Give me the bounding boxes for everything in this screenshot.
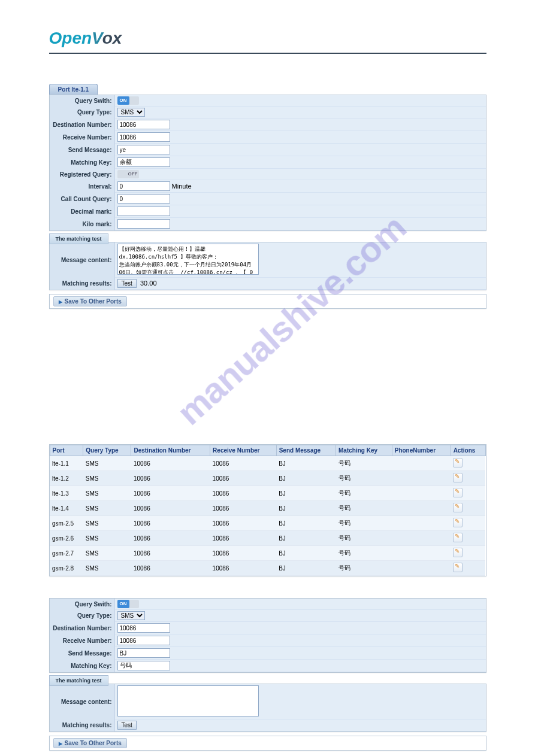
cell-send-msg: BJ xyxy=(276,501,335,516)
send-msg-input-2[interactable] xyxy=(117,648,170,658)
cell-phone-number xyxy=(392,456,451,471)
label-matching-key-2: Matching Key: xyxy=(50,660,115,672)
edit-icon[interactable] xyxy=(453,533,463,542)
test-button[interactable]: Test xyxy=(117,279,137,288)
cell-port: gsm-2.8 xyxy=(50,561,83,576)
table-row: lte-1.4 SMS 10086 10086 BJ 号码 xyxy=(50,501,485,516)
cell-query-type: SMS xyxy=(83,561,131,576)
query-swith-toggle-2[interactable] xyxy=(117,600,139,608)
kilo-mark-input[interactable] xyxy=(117,219,170,229)
cell-dest-number: 10086 xyxy=(131,531,210,546)
cell-matching-key: 号码 xyxy=(336,471,392,486)
port-config-panel: Query Swith: Query Type:SMS Destination … xyxy=(49,95,486,231)
cell-phone-number xyxy=(392,486,451,501)
cell-phone-number xyxy=(392,501,451,516)
cell-query-type: SMS xyxy=(83,471,131,486)
cell-matching-key: 号码 xyxy=(336,546,392,561)
table-row: lte-1.1 SMS 10086 10086 BJ 号码 xyxy=(50,456,485,471)
cell-send-msg: BJ xyxy=(276,516,335,531)
label-matching-results-2: Matching results: xyxy=(50,719,115,731)
th-recv-number: Receive Number xyxy=(210,445,277,456)
edit-icon[interactable] xyxy=(453,473,463,482)
cell-dest-number: 10086 xyxy=(131,471,210,486)
cell-recv-number: 10086 xyxy=(210,486,277,501)
cell-send-msg: BJ xyxy=(276,546,335,561)
cell-send-msg: BJ xyxy=(276,471,335,486)
cell-recv-number: 10086 xyxy=(210,561,277,576)
label-matching-results: Matching results: xyxy=(50,278,115,290)
label-matching-key: Matching Key: xyxy=(50,156,115,169)
edit-icon[interactable] xyxy=(453,548,463,557)
th-phone-number: PhoneNumber xyxy=(392,445,451,456)
query-type-select[interactable]: SMS xyxy=(117,108,145,117)
test-button-2[interactable]: Test xyxy=(117,721,137,730)
recv-number-input-2[interactable] xyxy=(117,636,170,645)
port-tab[interactable]: Port lte-1.1 xyxy=(49,84,98,95)
cell-port: lte-1.3 xyxy=(50,486,83,501)
cell-query-type: SMS xyxy=(83,516,131,531)
cell-matching-key: 号码 xyxy=(336,561,392,576)
msg-content-textarea[interactable]: 【好网选移动，尽量随心用！】温馨 dx.10086.cn/hslhf5 】尊敬的… xyxy=(117,244,259,275)
label-query-type-2: Query Type: xyxy=(50,610,115,622)
send-msg-input[interactable] xyxy=(117,145,170,154)
cell-send-msg: BJ xyxy=(276,456,335,471)
label-dest-number-2: Destination Number: xyxy=(50,622,115,634)
edit-icon[interactable] xyxy=(453,563,463,572)
cell-recv-number: 10086 xyxy=(210,546,277,561)
th-matching-key: Matching Key xyxy=(336,445,392,456)
cell-port: lte-1.4 xyxy=(50,501,83,516)
save-to-other-ports-button[interactable]: Save To Other Ports xyxy=(53,296,127,306)
cell-matching-key: 号码 xyxy=(336,516,392,531)
edit-icon[interactable] xyxy=(453,458,463,467)
call-count-input[interactable] xyxy=(117,194,170,204)
matching-test-tab[interactable]: The matching test xyxy=(49,233,108,244)
ports-table-panel: Port Query Type Destination Number Recei… xyxy=(49,444,486,576)
edit-icon[interactable] xyxy=(453,488,463,497)
interval-input[interactable] xyxy=(117,181,170,191)
cell-dest-number: 10086 xyxy=(131,561,210,576)
query-type-select-2[interactable]: SMS xyxy=(117,611,145,620)
cell-port: lte-1.1 xyxy=(50,456,83,471)
dest-number-input-2[interactable] xyxy=(117,623,170,633)
msg-content-textarea-2[interactable] xyxy=(117,685,259,716)
cell-recv-number: 10086 xyxy=(210,516,277,531)
matching-key-input[interactable] xyxy=(117,157,170,167)
matching-key-input-2[interactable] xyxy=(117,661,170,670)
port-config-panel-2: Query Swith: Query Type:SMS Destination … xyxy=(49,598,486,673)
cell-matching-key: 号码 xyxy=(336,531,392,546)
recv-number-input[interactable] xyxy=(117,132,170,142)
cell-phone-number xyxy=(392,561,451,576)
th-actions: Actions xyxy=(451,445,485,456)
query-swith-toggle[interactable] xyxy=(117,96,139,105)
label-recv-number-2: Receive Number: xyxy=(50,634,115,647)
label-msg-content: Message content: xyxy=(50,242,115,278)
cell-port: gsm-2.5 xyxy=(50,516,83,531)
th-port: Port xyxy=(50,445,83,456)
save-to-other-ports-button-2[interactable]: Save To Other Ports xyxy=(53,738,127,748)
label-interval: Interval: xyxy=(50,180,115,193)
reg-query-toggle[interactable] xyxy=(117,170,139,178)
cell-query-type: SMS xyxy=(83,456,131,471)
openvox-logo: OpenVox xyxy=(49,24,486,54)
label-msg-content-2: Message content: xyxy=(50,684,115,719)
cell-dest-number: 10086 xyxy=(131,456,210,471)
matching-result-value: 30.00 xyxy=(140,280,157,287)
cell-query-type: SMS xyxy=(83,486,131,501)
dest-number-input[interactable] xyxy=(117,120,170,129)
edit-icon[interactable] xyxy=(453,518,463,527)
matching-test-tab-2[interactable]: The matching test xyxy=(49,675,108,686)
cell-dest-number: 10086 xyxy=(131,486,210,501)
cell-port: gsm-2.7 xyxy=(50,546,83,561)
cell-dest-number: 10086 xyxy=(131,546,210,561)
table-row: gsm-2.7 SMS 10086 10086 BJ 号码 xyxy=(50,546,485,561)
label-call-count: Call Count Query: xyxy=(50,193,115,205)
edit-icon[interactable] xyxy=(453,503,463,512)
cell-matching-key: 号码 xyxy=(336,486,392,501)
cell-query-type: SMS xyxy=(83,546,131,561)
label-kilo-mark: Kilo mark: xyxy=(50,218,115,230)
matching-test-panel: Message content:【好网选移动，尽量随心用！】温馨 dx.1008… xyxy=(49,242,486,290)
cell-dest-number: 10086 xyxy=(131,501,210,516)
decimal-mark-input[interactable] xyxy=(117,207,170,216)
cell-dest-number: 10086 xyxy=(131,516,210,531)
cell-recv-number: 10086 xyxy=(210,456,277,471)
